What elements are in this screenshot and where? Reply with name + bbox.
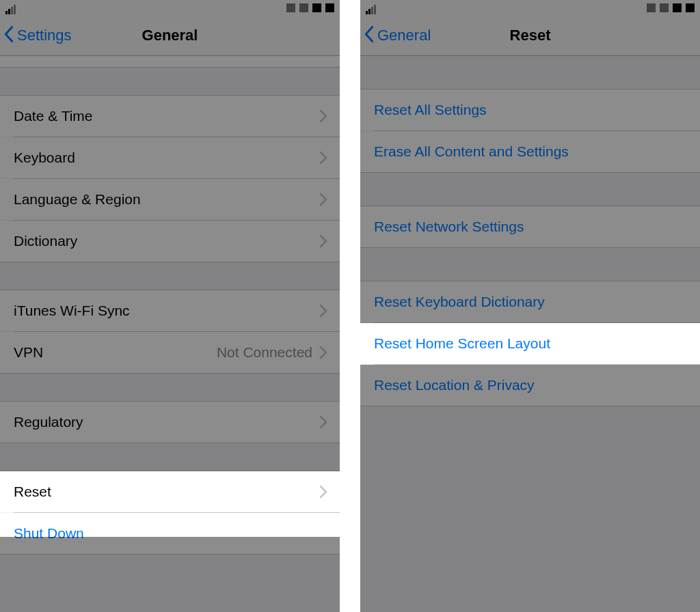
chevron-right-icon xyxy=(319,151,327,165)
nav-bar: Settings General xyxy=(0,16,340,56)
row-language-region[interactable]: Language & Region xyxy=(0,179,340,220)
status-indicator-icon xyxy=(299,3,308,12)
row-label: Reset Keyboard Dictionary xyxy=(374,294,545,310)
row-vpn[interactable]: VPN Not Connected xyxy=(0,332,340,373)
page-title: General xyxy=(142,27,198,44)
screenshot-gap xyxy=(340,0,360,612)
row-label: VPN xyxy=(14,344,43,361)
chevron-right-icon xyxy=(319,346,327,359)
row-reset[interactable]: Reset xyxy=(0,471,340,512)
row-label: Shut Down xyxy=(14,525,84,542)
status-bar xyxy=(0,0,340,16)
row-reset-home-screen-layout[interactable]: Reset Home Screen Layout xyxy=(360,323,700,364)
row-reset-keyboard-dictionary[interactable]: Reset Keyboard Dictionary xyxy=(360,281,700,322)
battery-icon xyxy=(686,3,695,12)
row-label: Reset Network Settings xyxy=(374,219,524,235)
row-label: Reset All Settings xyxy=(374,102,487,118)
row-label: Dictionary xyxy=(14,233,77,249)
back-label: Settings xyxy=(17,27,72,44)
row-reset-all-settings[interactable]: Reset All Settings xyxy=(360,89,700,130)
row-label: Regulatory xyxy=(14,414,83,430)
status-indicator-icon xyxy=(673,3,682,12)
status-indicator-icon xyxy=(312,3,321,12)
row-label: iTunes Wi-Fi Sync xyxy=(14,303,130,319)
signal-icon xyxy=(5,2,16,14)
row-reset-location-privacy[interactable]: Reset Location & Privacy xyxy=(360,365,700,406)
chevron-right-icon xyxy=(319,109,327,123)
row-value: Not Connected xyxy=(217,344,312,361)
chevron-right-icon xyxy=(319,234,327,248)
row-label: Date & Time xyxy=(14,108,93,124)
chevron-right-icon xyxy=(319,193,327,206)
status-indicator-icon xyxy=(660,3,669,12)
signal-icon xyxy=(366,2,377,14)
status-indicator-icon xyxy=(647,3,656,12)
row-restrictions[interactable]: Restrictions Off xyxy=(0,56,340,67)
row-label: Erase All Content and Settings xyxy=(374,143,569,160)
chevron-right-icon xyxy=(319,415,327,429)
battery-icon xyxy=(325,3,334,12)
nav-bar: General Reset xyxy=(360,16,700,56)
row-reset-network-settings[interactable]: Reset Network Settings xyxy=(360,206,700,247)
status-bar xyxy=(360,0,700,16)
right-screenshot: General Reset Reset All Settings Erase A… xyxy=(360,0,700,612)
row-itunes-wifi-sync[interactable]: iTunes Wi-Fi Sync xyxy=(0,290,340,331)
row-regulatory[interactable]: Regulatory xyxy=(0,402,340,443)
row-date-time[interactable]: Date & Time xyxy=(0,96,340,137)
back-button[interactable]: Settings xyxy=(4,16,72,55)
row-erase-all-content[interactable]: Erase All Content and Settings xyxy=(360,131,700,172)
chevron-left-icon xyxy=(364,26,376,45)
row-label: Reset Home Screen Layout xyxy=(374,335,550,352)
row-label: Keyboard xyxy=(14,150,75,166)
chevron-left-icon xyxy=(4,26,16,45)
row-shut-down[interactable]: Shut Down xyxy=(0,513,340,554)
row-label: Reset Location & Privacy xyxy=(374,377,535,393)
left-screenshot: Settings General Restrictions Off Date &… xyxy=(0,0,340,612)
reset-list: Reset All Settings Erase All Content and… xyxy=(360,56,700,611)
row-keyboard[interactable]: Keyboard xyxy=(0,137,340,178)
row-label: Language & Region xyxy=(14,191,141,208)
settings-list: Restrictions Off Date & Time Keyboard La… xyxy=(0,56,340,609)
page-title: Reset xyxy=(510,27,551,44)
chevron-right-icon xyxy=(319,304,327,318)
row-dictionary[interactable]: Dictionary xyxy=(0,221,340,262)
status-indicator-icon xyxy=(286,3,295,12)
back-label: General xyxy=(377,27,431,44)
chevron-right-icon xyxy=(319,485,327,499)
row-label: Reset xyxy=(14,484,51,500)
back-button[interactable]: General xyxy=(364,16,431,55)
